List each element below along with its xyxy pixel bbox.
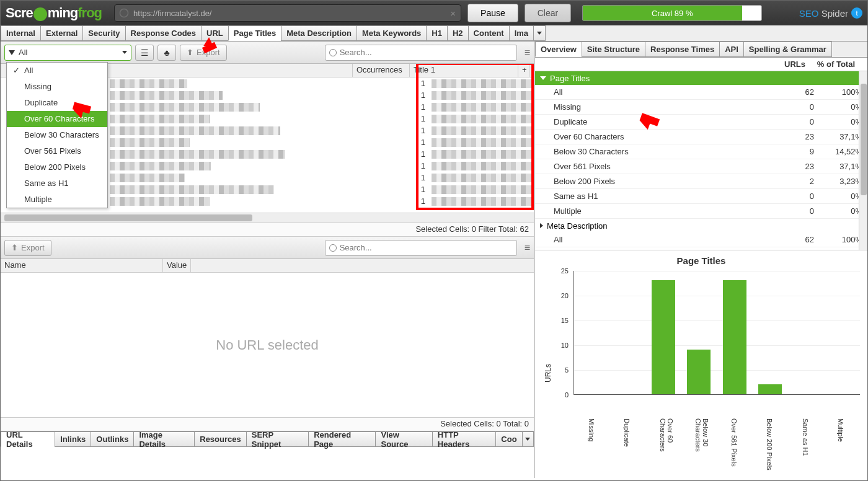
table-row[interactable]: 1 xyxy=(110,89,534,101)
overview-row[interactable]: Same as H100% xyxy=(535,189,867,204)
overview-row[interactable]: Multiple00% xyxy=(535,204,867,219)
tab-meta-keywords[interactable]: Meta Keywords xyxy=(356,25,427,41)
crawl-progress: Crawl 89 % xyxy=(582,5,762,21)
tab-security[interactable]: Security xyxy=(82,25,125,41)
overview-row[interactable]: All62100% xyxy=(535,85,867,100)
horizontal-scrollbar[interactable] xyxy=(1,213,534,223)
filter-icon xyxy=(9,50,15,55)
table-row[interactable]: 1 xyxy=(110,195,534,207)
table-row[interactable]: 1 xyxy=(110,148,534,160)
bottom-tab-image-details[interactable]: Image Details xyxy=(133,431,195,447)
search-options-icon[interactable]: ≡ xyxy=(525,47,530,58)
section-meta-description[interactable]: Meta Description xyxy=(535,219,867,232)
clear-url-icon[interactable]: × xyxy=(450,8,456,19)
filter-option-below-200-pixels[interactable]: Below 200 Pixels xyxy=(7,159,107,175)
filter-option-over-561-pixels[interactable]: Over 561 Pixels xyxy=(7,143,107,159)
topbar: Scremingfrog https://firmcatalyst.de/ × … xyxy=(1,1,867,25)
column-name[interactable]: Name xyxy=(1,259,163,272)
vertical-scrollbar[interactable] xyxy=(859,71,867,250)
overview-body[interactable]: Page Titles All62100%Missing00%Duplicate… xyxy=(535,71,867,250)
no-url-placeholder: No URL selected xyxy=(1,273,534,417)
column-title1[interactable]: Title 1 xyxy=(410,64,518,77)
tab-response-codes[interactable]: Response Codes xyxy=(125,25,202,41)
tab-content[interactable]: Content xyxy=(468,25,510,41)
overview-row[interactable]: Missing00% xyxy=(535,100,867,115)
right-tab-spelling-&-grammar[interactable]: Spelling & Grammar xyxy=(743,42,832,57)
table-row[interactable]: 1 xyxy=(110,101,534,113)
table-row[interactable]: 1 xyxy=(110,183,534,195)
filter-option-same-as-h1[interactable]: Same as H1 xyxy=(7,175,107,192)
bar xyxy=(652,280,675,394)
right-tabs: OverviewSite StructureResponse TimesAPIS… xyxy=(535,42,867,58)
tab-external[interactable]: External xyxy=(40,25,83,41)
bottom-tab-outlinks[interactable]: Outlinks xyxy=(91,431,134,447)
bottom-tab-coo[interactable]: Coo xyxy=(495,431,522,447)
filter-option-all[interactable]: All xyxy=(7,63,107,79)
bar xyxy=(758,384,782,394)
twitter-icon[interactable]: t xyxy=(851,7,862,19)
table-row[interactable]: 1 xyxy=(110,113,534,125)
filter-option-below-30-characters[interactable]: Below 30 Characters xyxy=(7,127,107,143)
table-row[interactable]: 1 xyxy=(110,77,534,89)
right-tab-site-structure[interactable]: Site Structure xyxy=(582,42,645,57)
right-tab-response-times[interactable]: Response Times xyxy=(645,42,720,57)
table-row[interactable]: 1 xyxy=(110,136,534,148)
main-tabs: InternalExternalSecurityResponse CodesUR… xyxy=(1,25,867,42)
column-occurrences[interactable]: Occurrences xyxy=(353,64,410,77)
bottom-tab-url-details[interactable]: URL Details xyxy=(1,431,55,447)
bottom-tab-rendered-page[interactable]: Rendered Page xyxy=(308,431,376,447)
pause-button[interactable]: Pause xyxy=(467,4,518,22)
column-value[interactable]: Value xyxy=(163,259,191,272)
tab-overflow-icon[interactable] xyxy=(533,25,546,41)
right-tab-api[interactable]: API xyxy=(719,42,744,57)
bottom-tab-view-source[interactable]: View Source xyxy=(375,431,432,447)
tab-h2[interactable]: H2 xyxy=(447,25,469,41)
tree-view-button[interactable]: ♣ xyxy=(157,45,176,61)
chart-xlabel: Missing xyxy=(588,418,595,441)
right-tab-overview[interactable]: Overview xyxy=(535,42,582,57)
section-page-titles[interactable]: Page Titles xyxy=(535,71,867,85)
overview-row[interactable]: Below 30 Characters914,52% xyxy=(535,144,867,159)
bottom-tab-serp-snippet[interactable]: SERP Snippet xyxy=(246,431,309,447)
export-detail-button[interactable]: ⬆Export xyxy=(4,240,51,256)
url-text: https://firmcatalyst.de/ xyxy=(133,9,211,18)
filter-option-over-60-characters[interactable]: Over 60 Characters xyxy=(7,111,107,127)
overview-row[interactable]: Over 60 Characters2337,1% xyxy=(535,130,867,144)
chart-xlabel: Duplicate xyxy=(623,418,631,447)
upload-icon: ⬆ xyxy=(187,48,193,57)
upload-icon: ⬆ xyxy=(11,243,18,252)
overview-row[interactable]: Over 561 Pixels2337,1% xyxy=(535,159,867,174)
bottom-tab-overflow-icon[interactable] xyxy=(522,431,534,447)
list-view-button[interactable]: ☰ xyxy=(135,45,154,61)
tab-page-titles[interactable]: Page Titles xyxy=(228,25,281,41)
tab-internal[interactable]: Internal xyxy=(1,25,41,41)
tab-ima[interactable]: Ima xyxy=(509,25,534,41)
chart-xlabel: Below 30 Characters xyxy=(694,418,709,475)
overview-row[interactable]: Below 200 Pixels23,23% xyxy=(535,174,867,189)
table-row[interactable]: 1 xyxy=(110,160,534,172)
detail-search-options-icon[interactable]: ≡ xyxy=(525,242,530,254)
detail-search-input[interactable] xyxy=(325,240,517,256)
url-input[interactable]: https://firmcatalyst.de/ × xyxy=(114,4,461,22)
frog-icon xyxy=(33,7,47,21)
bottom-tab-inlinks[interactable]: Inlinks xyxy=(55,431,91,447)
bottom-tab-resources[interactable]: Resources xyxy=(194,431,246,447)
overview-header: URLs % of Total xyxy=(535,58,867,71)
clear-button[interactable]: Clear xyxy=(525,4,571,22)
tab-h1[interactable]: H1 xyxy=(426,25,448,41)
overview-row[interactable]: Duplicate00% xyxy=(535,115,867,130)
overview-row[interactable]: All62100% xyxy=(535,232,867,247)
filter-option-missing[interactable]: Missing xyxy=(7,79,107,95)
filter-dropdown[interactable]: All xyxy=(4,45,131,61)
search-input[interactable] xyxy=(325,45,517,61)
bottom-tab-http-headers[interactable]: HTTP Headers xyxy=(432,431,497,447)
table-row[interactable]: 1 xyxy=(110,172,534,183)
filter-dropdown-menu[interactable]: AllMissingDuplicateOver 60 CharactersBel… xyxy=(6,62,108,208)
table-row[interactable]: 1 xyxy=(110,125,534,136)
add-column-icon[interactable]: + xyxy=(518,64,529,77)
filter-option-duplicate[interactable]: Duplicate xyxy=(7,95,107,111)
filter-option-multiple[interactable]: Multiple xyxy=(7,192,107,208)
logo: Scremingfrog xyxy=(6,5,102,21)
chart: Page Titles URLs 0510152025MissingDuplic… xyxy=(535,250,867,478)
tab-meta-description[interactable]: Meta Description xyxy=(281,25,357,41)
